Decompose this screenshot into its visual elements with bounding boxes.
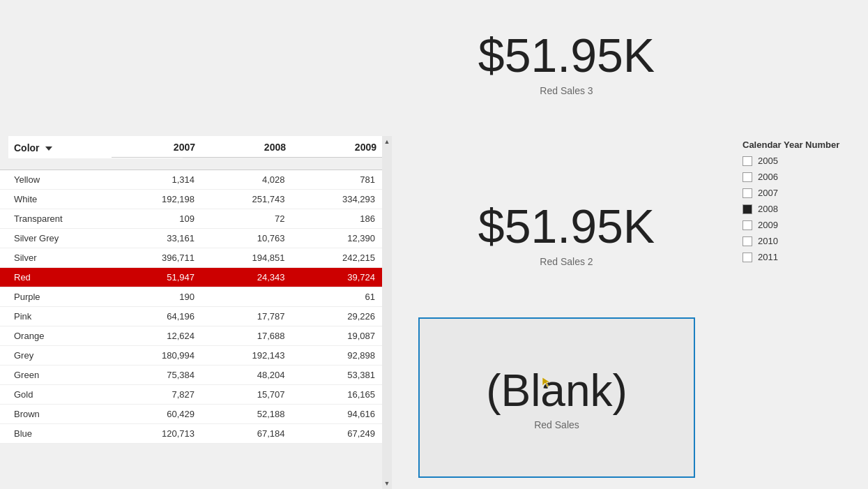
kpi-top-container: $51.95K Red Sales 3	[404, 28, 729, 96]
scroll-up-arrow[interactable]: ▲	[382, 136, 392, 147]
legend-item[interactable]: 2006	[743, 172, 854, 182]
legend-item[interactable]: 2007	[743, 188, 854, 198]
table-row[interactable]: Red51,94724,34339,724	[0, 268, 382, 287]
legend-title: Calendar Year Number	[743, 140, 854, 150]
cursor-icon	[541, 376, 554, 391]
cell-2009: 29,226	[291, 307, 382, 326]
cell-color: Transparent	[0, 209, 111, 228]
cell-2009: 53,381	[291, 366, 382, 384]
cell-2007: 109	[111, 209, 201, 228]
year-headers: 2007 2008 2009	[112, 136, 383, 158]
table-row[interactable]: Gold7,82715,70716,165	[0, 385, 382, 405]
table-row[interactable]: Orange12,62417,68819,087	[0, 326, 382, 346]
cell-2009: 61	[291, 287, 382, 306]
cell-2007: 180,994	[111, 346, 201, 365]
cell-2007: 396,711	[111, 248, 201, 267]
cell-2009: 92,898	[291, 346, 382, 365]
legend-item[interactable]: 2010	[743, 236, 854, 246]
legend-item[interactable]: 2005	[743, 156, 854, 166]
cell-color: Yellow	[0, 170, 111, 189]
table-row[interactable]: Yellow1,3144,028781	[0, 170, 382, 190]
year-2008-header: 2008	[202, 142, 293, 153]
table-row[interactable]: Transparent10972186	[0, 209, 382, 229]
cell-2008: 24,343	[201, 268, 292, 287]
cell-2008: 17,688	[201, 326, 292, 345]
cell-2007: 51,947	[111, 268, 201, 287]
cell-2007: 190	[111, 287, 201, 306]
legend-year-label: 2007	[758, 188, 778, 198]
table-row[interactable]: Green75,38448,20453,381	[0, 366, 382, 385]
legend-checkbox[interactable]	[743, 156, 752, 166]
cell-color: Purple	[0, 287, 111, 306]
cell-color: Silver Grey	[0, 229, 111, 248]
svg-marker-0	[542, 377, 550, 387]
cell-2008: 67,184	[201, 424, 292, 443]
cell-2008: 52,188	[201, 405, 292, 423]
legend-year-label: 2011	[758, 252, 778, 262]
legend-checkbox[interactable]	[743, 204, 752, 214]
table-row[interactable]: Silver Grey33,16110,76312,390	[0, 229, 382, 248]
legend-year-label: 2009	[758, 220, 778, 230]
cell-2009: 67,249	[291, 424, 382, 443]
cell-2008: 17,787	[201, 307, 292, 326]
cell-2008: 10,763	[201, 229, 292, 248]
legend-item[interactable]: 2011	[743, 252, 854, 262]
year-2007-header: 2007	[112, 142, 202, 153]
legend-year-label: 2006	[758, 172, 778, 182]
cell-2009: 19,087	[291, 326, 382, 345]
cell-2007: 1,314	[111, 170, 201, 189]
sort-arrow-icon[interactable]	[45, 146, 52, 151]
legend-checkbox[interactable]	[743, 220, 752, 230]
cell-2008: 15,707	[201, 385, 292, 404]
cell-color: Orange	[0, 326, 111, 345]
table-row[interactable]: Blue120,71367,18467,249	[0, 424, 382, 444]
blank-card-value: (Blank)	[486, 365, 627, 416]
cell-2008: 72	[201, 209, 292, 228]
table-row[interactable]: Grey180,994192,14392,898	[0, 346, 382, 366]
cell-2009: 186	[291, 209, 382, 228]
legend-items: 2005200620072008200920102011	[743, 156, 854, 262]
legend-checkbox[interactable]	[743, 172, 752, 182]
table-row[interactable]: Purple19061	[0, 287, 382, 307]
cell-2007: 60,429	[111, 405, 201, 423]
cell-2009: 242,215	[291, 248, 382, 267]
table-row[interactable]: Pink64,19617,78729,226	[0, 307, 382, 326]
scroll-track: ▲ ▼	[382, 136, 392, 489]
legend-item[interactable]: 2008	[743, 204, 854, 214]
table-row[interactable]: Silver396,711194,851242,215	[0, 248, 382, 268]
cell-2008: 251,743	[201, 190, 292, 209]
cell-color: Grey	[0, 346, 111, 365]
cell-color: White	[0, 190, 111, 209]
cell-color: Blue	[0, 424, 111, 443]
table-row[interactable]: White192,198251,743334,293	[0, 190, 382, 209]
cell-2007: 64,196	[111, 307, 201, 326]
legend-checkbox[interactable]	[743, 188, 752, 198]
table-row[interactable]: Brown60,42952,18894,616	[0, 405, 382, 424]
blank-card-label: Red Sales	[534, 419, 579, 430]
legend-item[interactable]: 2009	[743, 220, 854, 230]
cell-2009: 12,390	[291, 229, 382, 248]
kpi-middle-label: Red Sales 2	[404, 256, 729, 267]
cell-2007: 33,161	[111, 229, 201, 248]
cell-2007: 120,713	[111, 424, 201, 443]
kpi-middle-container: $51.95K Red Sales 2	[404, 199, 729, 267]
cell-2008: 192,143	[201, 346, 292, 365]
cell-2008: 4,028	[201, 170, 292, 189]
legend-checkbox[interactable]	[743, 236, 752, 246]
cell-color: Silver	[0, 248, 111, 267]
cell-2009: 39,724	[291, 268, 382, 287]
year-2009-header: 2009	[293, 142, 383, 153]
cell-2008	[201, 287, 292, 306]
legend-checkbox[interactable]	[743, 253, 752, 262]
kpi-middle-value: $51.95K	[404, 199, 729, 253]
kpi-top-label: Red Sales 3	[404, 85, 729, 96]
cell-color: Green	[0, 366, 111, 384]
cell-2009: 94,616	[291, 405, 382, 423]
table-body: Yellow1,3144,028781White192,198251,74333…	[0, 170, 382, 444]
scroll-down-arrow[interactable]: ▼	[382, 478, 392, 489]
cell-2009: 16,165	[291, 385, 382, 404]
blank-card[interactable]: (Blank) Red Sales	[418, 317, 695, 478]
cell-2007: 192,198	[111, 190, 201, 209]
cell-2008: 48,204	[201, 366, 292, 384]
cell-2007: 7,827	[111, 385, 201, 404]
